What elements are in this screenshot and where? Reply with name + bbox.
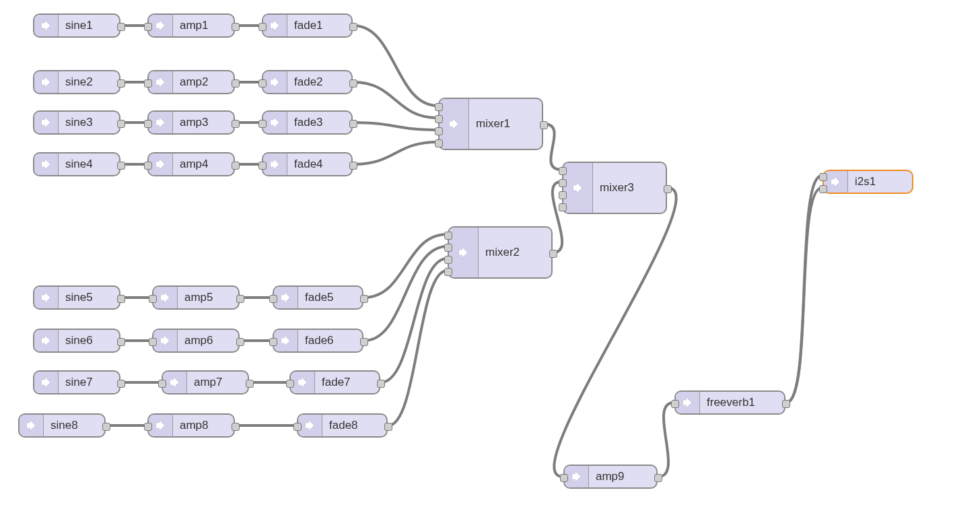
port-in[interactable] bbox=[819, 185, 827, 193]
port-out[interactable] bbox=[384, 423, 392, 431]
wire[interactable] bbox=[544, 124, 561, 170]
wire[interactable] bbox=[364, 234, 447, 298]
port-out[interactable] bbox=[117, 295, 125, 303]
node-amp4[interactable]: amp4 bbox=[147, 152, 235, 176]
port-in[interactable] bbox=[269, 338, 277, 346]
port-in[interactable] bbox=[269, 295, 277, 303]
port-out[interactable] bbox=[236, 338, 244, 346]
wire[interactable] bbox=[658, 403, 674, 477]
node-sine4[interactable]: sine4 bbox=[33, 152, 120, 176]
wire[interactable] bbox=[353, 142, 438, 164]
node-fade5[interactable]: fade5 bbox=[273, 285, 363, 310]
port-in[interactable] bbox=[149, 338, 157, 346]
port-in[interactable] bbox=[435, 127, 443, 135]
node-amp2[interactable]: amp2 bbox=[147, 70, 235, 94]
node-freeverb1[interactable]: freeverb1 bbox=[674, 390, 785, 415]
node-amp5[interactable]: amp5 bbox=[152, 285, 240, 310]
port-in[interactable] bbox=[258, 79, 267, 88]
node-amp9[interactable]: amp9 bbox=[563, 465, 658, 489]
port-out[interactable] bbox=[117, 338, 125, 346]
port-in[interactable] bbox=[559, 191, 567, 199]
port-out[interactable] bbox=[360, 295, 368, 303]
node-amp6[interactable]: amp6 bbox=[152, 329, 240, 353]
port-out[interactable] bbox=[349, 23, 357, 31]
wire[interactable] bbox=[554, 188, 676, 477]
port-in[interactable] bbox=[286, 380, 294, 388]
port-out[interactable] bbox=[232, 79, 240, 88]
node-sine7[interactable]: sine7 bbox=[33, 370, 120, 395]
port-in[interactable] bbox=[258, 162, 267, 170]
node-amp3[interactable]: amp3 bbox=[147, 110, 235, 135]
node-fade1[interactable]: fade1 bbox=[262, 13, 353, 38]
port-out[interactable] bbox=[349, 79, 357, 88]
port-out[interactable] bbox=[117, 23, 125, 31]
port-in[interactable] bbox=[444, 244, 452, 252]
port-in[interactable] bbox=[559, 179, 567, 187]
node-mixer2[interactable]: mixer2 bbox=[448, 226, 553, 279]
node-amp8[interactable]: amp8 bbox=[147, 413, 235, 438]
port-out[interactable] bbox=[349, 120, 357, 128]
port-out[interactable] bbox=[232, 120, 240, 128]
port-in[interactable] bbox=[144, 79, 152, 88]
wire[interactable] bbox=[364, 246, 447, 341]
port-in[interactable] bbox=[444, 232, 452, 240]
node-fade3[interactable]: fade3 bbox=[262, 110, 353, 135]
port-out[interactable] bbox=[232, 23, 240, 31]
port-out[interactable] bbox=[117, 380, 125, 388]
node-sine3[interactable]: sine3 bbox=[33, 110, 120, 135]
port-out[interactable] bbox=[654, 474, 662, 482]
port-in[interactable] bbox=[559, 167, 567, 175]
port-in[interactable] bbox=[435, 139, 443, 147]
port-in[interactable] bbox=[444, 256, 452, 264]
port-out[interactable] bbox=[117, 162, 125, 170]
wire[interactable] bbox=[381, 259, 447, 382]
node-fade4[interactable]: fade4 bbox=[262, 152, 353, 176]
node-mixer1[interactable]: mixer1 bbox=[438, 98, 543, 150]
port-in[interactable] bbox=[559, 203, 567, 211]
port-out[interactable] bbox=[117, 120, 125, 128]
node-amp1[interactable]: amp1 bbox=[147, 13, 235, 38]
port-out[interactable] bbox=[349, 162, 357, 170]
node-i2s1[interactable]: i2s1 bbox=[823, 170, 913, 194]
wire[interactable] bbox=[353, 82, 438, 118]
port-in[interactable] bbox=[258, 23, 267, 31]
port-in[interactable] bbox=[444, 268, 452, 276]
port-out[interactable] bbox=[232, 162, 240, 170]
port-out[interactable] bbox=[246, 380, 254, 388]
port-out[interactable] bbox=[782, 400, 790, 408]
port-in[interactable] bbox=[258, 120, 267, 128]
port-out[interactable] bbox=[664, 185, 672, 193]
port-in[interactable] bbox=[435, 103, 443, 111]
port-in[interactable] bbox=[819, 173, 827, 181]
wire[interactable] bbox=[353, 123, 438, 130]
wire[interactable] bbox=[786, 188, 822, 403]
wire[interactable] bbox=[353, 26, 438, 106]
port-out[interactable] bbox=[236, 295, 244, 303]
node-sine2[interactable]: sine2 bbox=[33, 70, 120, 94]
port-out[interactable] bbox=[117, 79, 125, 88]
port-in[interactable] bbox=[149, 295, 157, 303]
node-mixer3[interactable]: mixer3 bbox=[562, 162, 667, 214]
port-in[interactable] bbox=[144, 162, 152, 170]
port-out[interactable] bbox=[102, 423, 110, 431]
node-fade2[interactable]: fade2 bbox=[262, 70, 353, 94]
port-in[interactable] bbox=[560, 474, 568, 482]
port-in[interactable] bbox=[144, 423, 152, 431]
node-sine8[interactable]: sine8 bbox=[18, 413, 106, 438]
node-fade7[interactable]: fade7 bbox=[289, 370, 380, 395]
port-in[interactable] bbox=[293, 423, 302, 431]
node-sine1[interactable]: sine1 bbox=[33, 13, 120, 38]
node-sine6[interactable]: sine6 bbox=[33, 329, 120, 353]
port-out[interactable] bbox=[232, 423, 240, 431]
node-fade8[interactable]: fade8 bbox=[297, 413, 388, 438]
port-out[interactable] bbox=[377, 380, 385, 388]
node-sine5[interactable]: sine5 bbox=[33, 285, 120, 310]
port-out[interactable] bbox=[540, 121, 548, 129]
port-in[interactable] bbox=[158, 380, 166, 388]
port-out[interactable] bbox=[549, 250, 557, 258]
port-in[interactable] bbox=[435, 115, 443, 123]
node-amp7[interactable]: amp7 bbox=[162, 370, 249, 395]
wire[interactable] bbox=[388, 271, 447, 425]
node-fade6[interactable]: fade6 bbox=[273, 329, 363, 353]
port-in[interactable] bbox=[671, 400, 679, 408]
